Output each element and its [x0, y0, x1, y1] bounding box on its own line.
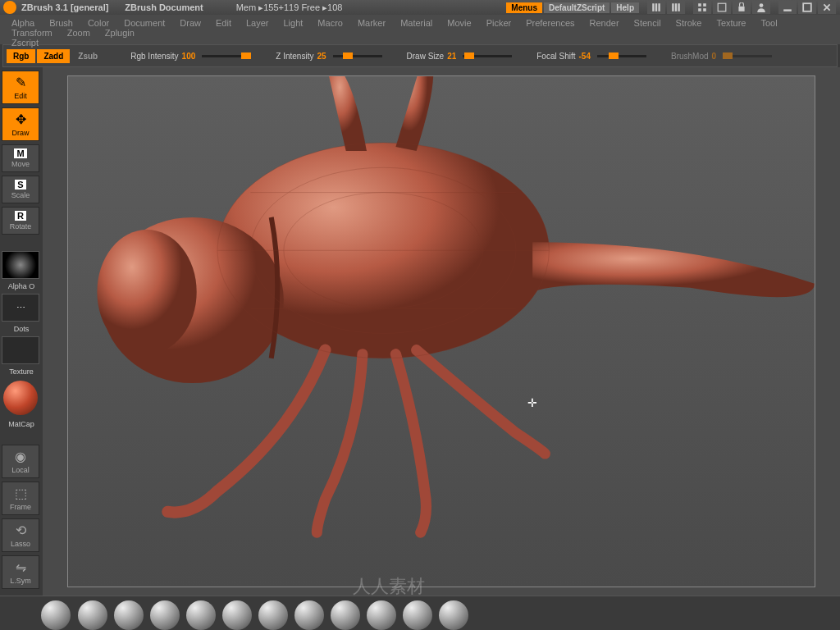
- svg-rect-5: [678, 3, 679, 11]
- menu-item[interactable]: Layer: [246, 18, 269, 28]
- brush-palette: Standard Move Smooth Flatten Clay Pinch …: [0, 596, 840, 630]
- brush-move[interactable]: Move: [78, 600, 107, 631]
- menu-item[interactable]: Color: [88, 18, 109, 28]
- menu-item[interactable]: Edit: [216, 18, 231, 28]
- draw-button[interactable]: ✥Draw: [2, 107, 39, 141]
- menu-item[interactable]: Light: [284, 18, 304, 28]
- brush-flatten[interactable]: Flatten: [150, 600, 180, 631]
- svg-rect-11: [738, 7, 744, 11]
- help-button[interactable]: Help: [611, 2, 639, 13]
- brush-elastic[interactable]: Elastic: [294, 600, 324, 631]
- minimize-icon[interactable]: [778, 1, 797, 14]
- svg-point-12: [760, 3, 764, 7]
- frame-button[interactable]: ⬚Frame: [2, 482, 39, 515]
- brush-displace[interactable]: Displace: [258, 600, 288, 631]
- brush-zproject[interactable]: ZProject: [367, 600, 396, 631]
- left-toolbar: ✎Edit ✥Draw MMove SScale RRotate Alpha O…: [0, 67, 43, 596]
- rgb-button[interactable]: Rgb: [7, 49, 35, 63]
- matcap-swatch[interactable]: [2, 379, 39, 417]
- rgb-intensity-slider[interactable]: Rgb Intensity 100: [130, 52, 251, 61]
- focal-shift-slider[interactable]: Focal Shift -54: [536, 52, 646, 61]
- zadd-button[interactable]: Zadd: [37, 49, 70, 63]
- draw-size-slider[interactable]: Draw Size 21: [407, 52, 513, 61]
- svg-rect-3: [672, 3, 673, 11]
- menu-item[interactable]: Stroke: [676, 18, 702, 28]
- menu-item[interactable]: Transform: [11, 28, 52, 38]
- brush-magnify[interactable]: Magnify: [331, 600, 360, 631]
- texture-swatch[interactable]: [2, 336, 39, 364]
- menu-item[interactable]: Tool: [760, 18, 777, 28]
- model-mesh: [68, 76, 815, 587]
- scale-button[interactable]: SScale: [2, 176, 39, 203]
- stroke-swatch[interactable]: ⋯: [2, 294, 39, 322]
- brushmod-slider[interactable]: BrushMod 0: [671, 52, 772, 61]
- menu-item[interactable]: Stencil: [634, 18, 661, 28]
- layout-icon[interactable]: [713, 1, 731, 14]
- menu-item[interactable]: Brush: [49, 18, 73, 28]
- menu-item[interactable]: Texture: [716, 18, 746, 28]
- mem-status: Mem ▸155+119 Free ▸108: [236, 2, 343, 13]
- svg-rect-7: [703, 3, 706, 7]
- menu-item[interactable]: Render: [590, 18, 619, 28]
- svg-rect-6: [698, 3, 701, 7]
- brush-pinch[interactable]: Pinch: [222, 600, 252, 631]
- cursor-icon: ✛: [527, 396, 537, 409]
- alpha-swatch[interactable]: [2, 251, 39, 279]
- app-logo: [3, 1, 16, 14]
- menu-item[interactable]: Material: [400, 18, 432, 28]
- svg-rect-10: [718, 3, 726, 11]
- svg-rect-9: [703, 8, 706, 11]
- menu-item[interactable]: Marker: [358, 18, 386, 28]
- brush-clay[interactable]: Clay: [186, 600, 216, 631]
- close-icon[interactable]: [818, 1, 836, 14]
- titlebar: ZBrush 3.1 [general] ZBrush Document Mem…: [0, 0, 840, 15]
- zsub-button[interactable]: Zsub: [71, 49, 104, 63]
- doc-title: ZBrush Document: [125, 2, 203, 12]
- brush-layer[interactable]: Layer: [439, 600, 468, 631]
- svg-rect-4: [675, 3, 677, 11]
- grid-icon[interactable]: [693, 1, 711, 14]
- menu-item[interactable]: Zscript: [11, 38, 39, 48]
- menubar: Alpha Brush Color Document Draw Edit Lay…: [0, 15, 840, 44]
- menu-item[interactable]: Draw: [180, 18, 201, 28]
- user-icon[interactable]: [752, 1, 770, 14]
- edit-button[interactable]: ✎Edit: [2, 71, 39, 104]
- svg-point-17: [97, 230, 196, 354]
- svg-rect-13: [783, 9, 792, 11]
- menu-item[interactable]: Zplugin: [105, 28, 135, 38]
- svg-rect-14: [803, 3, 811, 11]
- svg-rect-1: [655, 3, 657, 11]
- menu-item[interactable]: Macro: [317, 18, 343, 28]
- svg-rect-2: [658, 3, 660, 11]
- local-button[interactable]: ◉Local: [2, 445, 39, 478]
- zscript-button[interactable]: DefaultZScript: [544, 2, 609, 13]
- menu-item[interactable]: Preferences: [526, 18, 574, 28]
- lock-icon[interactable]: [733, 1, 751, 14]
- z-intensity-slider[interactable]: Z Intensity 25: [276, 52, 381, 61]
- menus-button[interactable]: Menus: [506, 2, 542, 13]
- viewport[interactable]: ✛: [43, 67, 840, 596]
- lsym-button[interactable]: ⇋L.Sym: [2, 555, 39, 589]
- app-title: ZBrush 3.1 [general]: [21, 2, 108, 12]
- toolbar: Rgb Zadd Zsub Rgb Intensity 100 Z Intens…: [2, 44, 838, 67]
- canvas[interactable]: ✛: [67, 75, 815, 587]
- shelf-left-icon[interactable]: [647, 1, 665, 14]
- main: ✎Edit ✥Draw MMove SScale RRotate Alpha O…: [0, 67, 840, 596]
- brush-standard[interactable]: Standard: [41, 600, 71, 631]
- svg-rect-0: [652, 3, 654, 11]
- menu-item[interactable]: Zoom: [67, 28, 90, 38]
- maximize-icon[interactable]: [798, 1, 816, 14]
- rotate-button[interactable]: RRotate: [2, 207, 39, 235]
- menu-item[interactable]: Picker: [486, 18, 512, 28]
- brush-blob[interactable]: Blob: [403, 600, 432, 631]
- brush-smooth[interactable]: Smooth: [114, 600, 144, 631]
- menu-item[interactable]: Movie: [447, 18, 471, 28]
- move-button[interactable]: MMove: [2, 144, 39, 172]
- menu-item[interactable]: Alpha: [11, 18, 34, 28]
- svg-rect-8: [698, 8, 701, 11]
- menu-item[interactable]: Document: [124, 18, 165, 28]
- lasso-button[interactable]: ⟲Lasso: [2, 518, 39, 552]
- shelf-right-icon[interactable]: [667, 1, 685, 14]
